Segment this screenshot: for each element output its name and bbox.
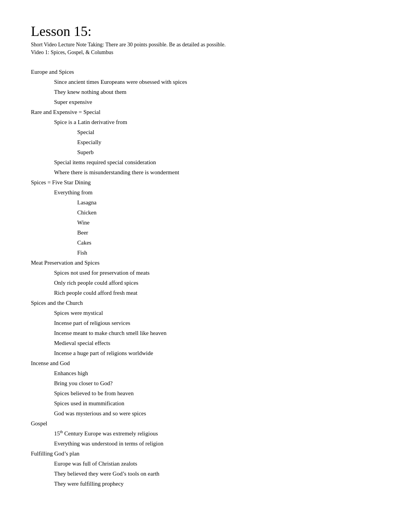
outline-item: Only rich people could afford spices: [54, 278, 379, 287]
outline-item: They knew nothing about them: [54, 87, 379, 97]
subtitle-line1: Short Video Lecture Note Taking: There a…: [31, 42, 379, 48]
outline-item: Spices not used for preservation of meat…: [54, 268, 379, 277]
outline-item: Enhances high: [54, 369, 379, 378]
outline-item: Spices used in mummification: [54, 399, 379, 408]
outline-item: Europe was full of Christian zealots: [54, 459, 379, 468]
outline-item: Superb: [77, 148, 379, 157]
outline-item: Rare and Expensive = Special: [31, 107, 379, 117]
outline-item: Incense meant to make church smell like …: [54, 328, 379, 338]
outline-item: Lasagna: [77, 198, 379, 207]
outline-item: Special items required special considera…: [54, 158, 379, 167]
outline-item: Beer: [77, 228, 379, 237]
outline-item: Incense and God: [31, 359, 379, 368]
outline-item: Fish: [77, 248, 379, 257]
outline-item: Incense part of religious services: [54, 318, 379, 328]
outline-item: Spices were mystical: [54, 308, 379, 318]
outline-item: Incense a huge part of religions worldwi…: [54, 348, 379, 358]
outline-item: Europe and Spices: [31, 67, 379, 76]
page-title: Lesson 15:: [31, 23, 379, 39]
outline-item: Chicken: [77, 208, 379, 217]
outline-item: God was mysterious and so were spices: [54, 409, 379, 418]
outline-item: Spices believed to be from heaven: [54, 389, 379, 398]
outline-item: Spices and the Church: [31, 298, 379, 308]
outline-content: Europe and SpicesSince ancient times Eur…: [31, 67, 379, 488]
outline-item: Spices = Five Star Dining: [31, 178, 379, 187]
outline-item: Since ancient times Europeans were obses…: [54, 77, 379, 87]
outline-item: Wine: [77, 218, 379, 227]
outline-item: Where there is misunderstanding there is…: [54, 168, 379, 177]
outline-item: Everything was understood in terms of re…: [54, 439, 379, 448]
outline-item: Cakes: [77, 238, 379, 247]
outline-item: Gospel: [31, 419, 379, 428]
outline-item: Meat Preservation and Spices: [31, 258, 379, 267]
outline-item: Bring you closer to God?: [54, 379, 379, 388]
outline-item: Spice is a Latin derivative from: [54, 117, 379, 127]
outline-item: Everything from: [54, 188, 379, 197]
outline-item: Rich people could afford fresh meat: [54, 288, 379, 297]
outline-item: 15th Century Europe was extremely religi…: [54, 429, 379, 438]
outline-item: They believed they were God’s tools on e…: [54, 469, 379, 478]
outline-item: Special: [77, 127, 379, 137]
subtitle-line2: Video 1: Spices, Gospel, & Columbus: [31, 49, 379, 56]
outline-item: Especially: [77, 138, 379, 147]
outline-item: Medieval special effects: [54, 338, 379, 348]
outline-item: They were fulfilling prophecy: [54, 479, 379, 488]
outline-item: Fulfilling God’s plan: [31, 449, 379, 458]
outline-item: Super expensive: [54, 97, 379, 107]
